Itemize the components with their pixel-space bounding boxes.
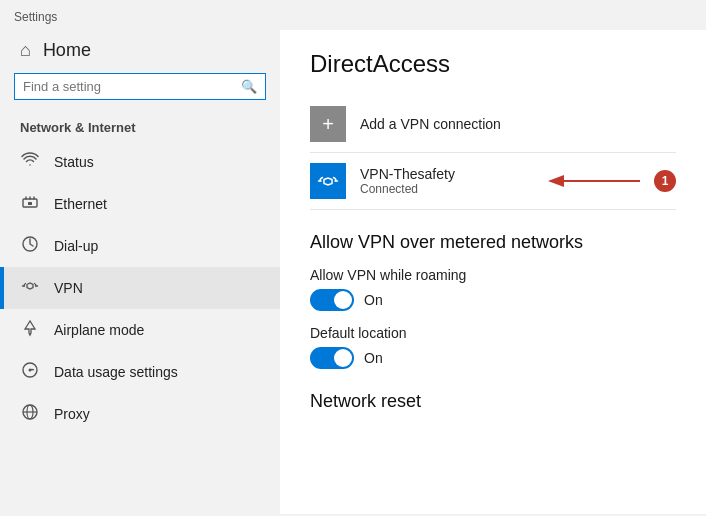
arrow-svg xyxy=(530,166,650,196)
sidebar-item-datausage[interactable]: Data usage settings xyxy=(0,351,280,393)
arrow-annotation: 1 xyxy=(530,166,676,196)
sidebar-section-label: Network & Internet xyxy=(0,112,280,141)
sidebar-item-proxy-label: Proxy xyxy=(54,406,90,422)
plus-icon: + xyxy=(322,113,334,136)
add-vpn-label: Add a VPN connection xyxy=(360,116,501,132)
vpn-name: VPN-Thesafety xyxy=(360,166,455,182)
toggle-location-row: Default location On xyxy=(310,325,676,369)
sidebar-item-vpn[interactable]: VPN xyxy=(0,267,280,309)
sidebar-item-proxy[interactable]: Proxy xyxy=(0,393,280,435)
toggle-roaming-row: Allow VPN while roaming On xyxy=(310,267,676,311)
vpn-info: VPN-Thesafety Connected xyxy=(360,166,455,196)
annotation-badge: 1 xyxy=(654,170,676,192)
sidebar-item-ethernet-label: Ethernet xyxy=(54,196,107,212)
toggle-roaming-label: Allow VPN while roaming xyxy=(310,267,676,283)
allow-vpn-title: Allow VPN over metered networks xyxy=(310,232,676,253)
vpn-connection-row[interactable]: VPN-Thesafety Connected 1 xyxy=(310,153,676,210)
search-box[interactable]: 🔍 xyxy=(14,73,266,100)
sidebar-item-status[interactable]: Status xyxy=(0,141,280,183)
sidebar-item-airplane-label: Airplane mode xyxy=(54,322,144,338)
main-content: DirectAccess + Add a VPN connection VPN-… xyxy=(280,30,706,514)
sidebar-item-status-label: Status xyxy=(54,154,94,170)
svg-point-4 xyxy=(29,369,32,372)
add-vpn-row[interactable]: + Add a VPN connection xyxy=(310,96,676,153)
datausage-icon xyxy=(20,361,40,383)
toggle-location-control: On xyxy=(310,347,676,369)
sidebar-item-dialup-label: Dial-up xyxy=(54,238,98,254)
svg-rect-1 xyxy=(28,202,32,205)
add-vpn-button[interactable]: + xyxy=(310,106,346,142)
sidebar-item-vpn-label: VPN xyxy=(54,280,83,296)
toggle-roaming-switch[interactable] xyxy=(310,289,354,311)
title-bar: Settings xyxy=(0,0,706,30)
sidebar: ⌂ Home 🔍 Network & Internet Status xyxy=(0,30,280,514)
home-icon: ⌂ xyxy=(20,40,31,61)
sidebar-item-dialup[interactable]: Dial-up xyxy=(0,225,280,267)
ethernet-icon xyxy=(20,193,40,215)
proxy-icon xyxy=(20,403,40,425)
sidebar-item-ethernet[interactable]: Ethernet xyxy=(0,183,280,225)
toggle-roaming-control: On xyxy=(310,289,676,311)
badge-number: 1 xyxy=(662,174,669,188)
toggle-location-switch[interactable] xyxy=(310,347,354,369)
vpn-nav-icon xyxy=(20,277,40,299)
app-title: Settings xyxy=(14,10,57,24)
vpn-connection-icon xyxy=(310,163,346,199)
sidebar-item-datausage-label: Data usage settings xyxy=(54,364,178,380)
toggle-roaming-state: On xyxy=(364,292,383,308)
network-reset-title: Network reset xyxy=(310,391,676,412)
directaccess-title: DirectAccess xyxy=(310,50,676,78)
airplane-icon xyxy=(20,319,40,341)
search-icon: 🔍 xyxy=(241,79,257,94)
sidebar-item-airplane[interactable]: Airplane mode xyxy=(0,309,280,351)
toggle-location-state: On xyxy=(364,350,383,366)
vpn-status: Connected xyxy=(360,182,455,196)
sidebar-home-label: Home xyxy=(43,40,91,61)
dialup-icon xyxy=(20,235,40,257)
status-icon xyxy=(20,151,40,173)
toggle-location-label: Default location xyxy=(310,325,676,341)
sidebar-home-button[interactable]: ⌂ Home xyxy=(0,30,280,73)
search-input[interactable] xyxy=(23,79,241,94)
